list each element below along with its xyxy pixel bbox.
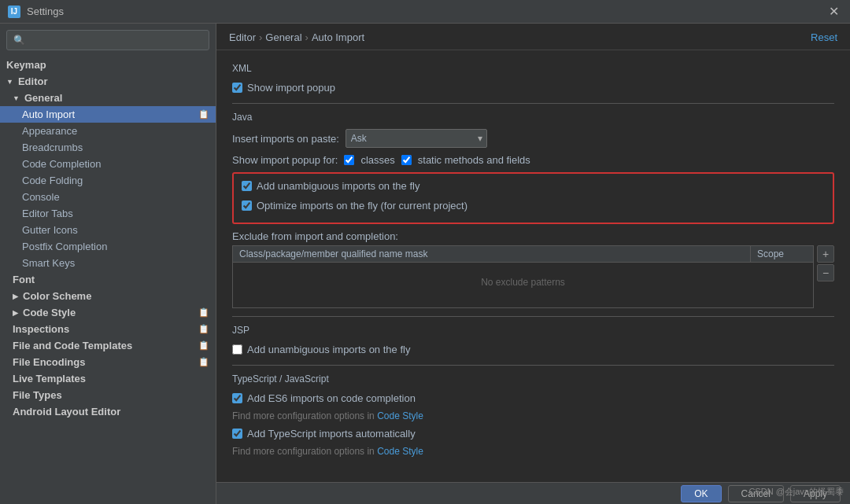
panel-content: XML Show import popup Java Insert import… [216,50,850,482]
java-section-title: Java [232,112,834,123]
sidebar-item-editor[interactable]: Editor [0,73,216,90]
optimize-imports-checkbox[interactable] [242,200,252,211]
jsp-add-row: Add unambiguous imports on the fly [232,342,834,357]
sidebar-item-font[interactable]: Font [0,271,216,288]
insert-imports-label: Insert imports on paste: [232,133,339,145]
sidebar-item-smart-keys[interactable]: Smart Keys [0,255,216,271]
static-methods-checkbox[interactable] [401,155,412,165]
exclude-table-header: Class/package/member qualified name mask… [233,246,813,263]
watermark: CSDN @会java的怪蜀黍 [748,486,844,498]
search-input[interactable] [30,35,202,46]
sidebar-item-font-label: Font [13,274,35,285]
app-icon: IJ [8,6,20,18]
sidebar-item-file-encodings[interactable]: File Encodings 📋 [0,354,216,370]
sidebar-item-android-layout-editor[interactable]: Android Layout Editor [0,403,216,420]
sidebar-item-code-completion-label: Code Completion [22,158,101,170]
static-methods-label: static methods and fields [418,154,530,166]
search-icon: 🔍 [13,35,25,46]
code-style-badge: 📋 [198,307,209,318]
xml-show-import-popup-checkbox[interactable] [232,83,242,93]
sidebar-item-color-scheme[interactable]: Color Scheme [0,288,216,304]
file-code-templates-badge: 📋 [198,340,209,351]
sidebar-item-console[interactable]: Console [0,189,216,205]
sidebar-item-live-templates-label: Live Templates [13,373,86,384]
ts-auto-checkbox[interactable] [232,429,242,439]
ts-es6-hint-text: Find more configuration options in [232,410,375,421]
sidebar-item-file-types-label: File Types [13,389,62,401]
add-unambiguous-checkbox[interactable] [242,181,252,191]
sidebar-item-code-folding[interactable]: Code Folding [0,172,216,189]
sidebar-item-code-completion[interactable]: Code Completion [0,156,216,172]
sidebar-item-auto-import[interactable]: Auto Import 📋 [0,106,216,123]
ts-es6-label: Add ES6 imports on code completion [247,392,416,404]
remove-exclude-button[interactable]: − [817,264,834,281]
jsp-add-checkbox[interactable] [232,344,242,355]
sidebar-item-general-label: General [24,92,62,104]
ts-es6-code-style-link[interactable]: Code Style [377,410,423,421]
sidebar-item-keymap[interactable]: Keymap [0,57,216,73]
sidebar-item-postfix-completion[interactable]: Postfix Completion [0,238,216,255]
show-import-popup-for-label: Show import popup for: [232,154,338,166]
color-scheme-triangle [13,292,18,300]
sidebar-item-live-templates[interactable]: Live Templates [0,370,216,387]
exclude-section: Exclude from import and completion: Clas… [232,230,834,308]
main-layout: 🔍 Keymap Editor General Auto Import 📋 Ap… [0,24,850,504]
insert-imports-select[interactable]: Ask Always Never [346,129,487,148]
right-panel: Editor › General › Auto Import Reset XML… [216,24,850,504]
sidebar-item-keymap-label: Keymap [6,59,46,71]
sidebar-item-android-layout-editor-label: Android Layout Editor [13,406,120,418]
sidebar: 🔍 Keymap Editor General Auto Import 📋 Ap… [0,24,216,504]
highlight-box: Add unambiguous imports on the fly Optim… [232,172,834,224]
sidebar-item-postfix-completion-label: Postfix Completion [22,241,107,252]
add-unambiguous-row: Add unambiguous imports on the fly [242,178,825,193]
sidebar-item-smart-keys-label: Smart Keys [22,257,75,269]
sidebar-item-code-style-label: Code Style [23,307,76,318]
inspections-badge: 📋 [198,324,209,334]
sidebar-item-file-code-templates-label: File and Code Templates [13,340,132,351]
sidebar-item-editor-label: Editor [18,75,48,87]
breadcrumb: Editor › General › Auto Import [229,31,364,43]
ts-section-title: TypeScript / JavaScript [232,373,834,384]
reset-button[interactable]: Reset [811,31,837,43]
ts-auto-row: Add TypeScript imports automatically [232,426,834,441]
ts-auto-hint-text: Find more configuration options in [232,446,375,457]
sidebar-item-general[interactable]: General [0,90,216,106]
search-box[interactable]: 🔍 [6,30,209,50]
java-jsp-divider [232,316,834,317]
auto-import-badge: 📋 [198,109,209,120]
sidebar-item-color-scheme-label: Color Scheme [23,290,91,302]
sidebar-item-console-label: Console [22,191,60,203]
classes-label: classes [360,154,394,166]
breadcrumb-sep1: › [259,31,262,43]
ts-auto-code-style-link[interactable]: Code Style [377,446,423,457]
sidebar-item-gutter-icons[interactable]: Gutter Icons [0,222,216,238]
sidebar-item-appearance-label: Appearance [22,125,77,137]
sidebar-item-code-style[interactable]: Code Style 📋 [0,304,216,321]
col-mask-header: Class/package/member qualified name mask [233,246,750,262]
sidebar-item-gutter-icons-label: Gutter Icons [22,224,78,236]
sidebar-item-inspections-label: Inspections [13,323,69,335]
window-title: Settings [27,6,64,17]
insert-imports-row: Insert imports on paste: Ask Always Neve… [232,129,834,148]
editor-triangle [6,78,13,86]
sidebar-item-file-types[interactable]: File Types [0,387,216,403]
sidebar-item-auto-import-label: Auto Import [22,109,75,120]
sidebar-item-editor-tabs[interactable]: Editor Tabs [0,205,216,222]
sidebar-item-breadcrumbs[interactable]: Breadcrumbs [0,139,216,156]
classes-checkbox[interactable] [344,155,354,165]
show-import-popup-for-row: Show import popup for: classes static me… [232,154,834,166]
sidebar-item-breadcrumbs-label: Breadcrumbs [22,142,83,153]
sidebar-item-appearance[interactable]: Appearance [0,123,216,139]
xml-section-title: XML [232,63,834,74]
breadcrumb-general: General [265,31,301,43]
ok-button[interactable]: OK [681,485,721,502]
sidebar-item-file-code-templates[interactable]: File and Code Templates 📋 [0,337,216,354]
ts-auto-label: Add TypeScript imports automatically [247,428,416,440]
close-button[interactable]: ✕ [826,4,842,19]
ts-es6-checkbox[interactable] [232,393,242,403]
sidebar-item-editor-tabs-label: Editor Tabs [22,208,73,219]
sidebar-item-inspections[interactable]: Inspections 📋 [0,321,216,337]
code-style-triangle [13,309,18,317]
xml-show-import-popup-label: Show import popup [247,82,335,94]
add-exclude-button[interactable]: + [817,245,834,263]
